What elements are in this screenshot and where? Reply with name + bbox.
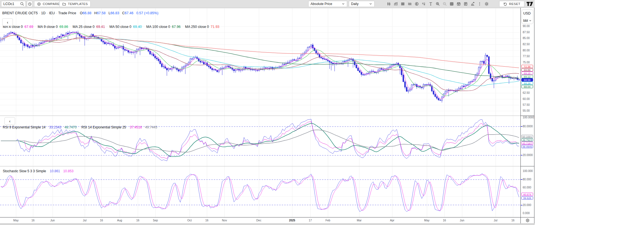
- zoom-in-icon[interactable]: [434, 0, 441, 8]
- price-label: 69.89: [521, 68, 533, 71]
- change-value: 0.57 (+0.85%): [136, 11, 158, 15]
- ma-legend: MA 4 close 067.69MA 9 close 069.86MA 25 …: [3, 25, 224, 29]
- symbol-title[interactable]: BRENT CRUDE OCT5: [2, 11, 38, 15]
- ohlc-high: H67.58: [94, 11, 105, 15]
- folder-icon: [62, 2, 66, 6]
- tradingview-logo-icon: [526, 1, 534, 7]
- axis-tick-label: 85.00: [523, 37, 530, 40]
- time-label: Aug: [117, 219, 122, 222]
- collapse-main-pane-button[interactable]: ‹: [2, 18, 13, 26]
- legend-exchange: IEU: [49, 11, 55, 15]
- currency-value: USD: [523, 11, 531, 15]
- chart-canvas[interactable]: [0, 0, 535, 225]
- ma-9-line: [1, 33, 519, 96]
- currency-dropdown[interactable]: USD: [522, 10, 533, 17]
- stochastic-lines: [1, 173, 519, 212]
- time-axis[interactable]: May16JunJul16Aug16SepOct16NovDec202517Fe…: [0, 217, 520, 223]
- bottom-scroll-strip: [0, 223, 535, 225]
- gridlines: [0, 8, 520, 217]
- unit-dropdown[interactable]: bbl: [522, 17, 533, 24]
- chart-export-icon[interactable]: [469, 0, 476, 8]
- ma-legend-item[interactable]: MA 100 close 067.96: [146, 25, 181, 29]
- time-label: 16: [443, 219, 446, 222]
- price-label: 68.04: [521, 85, 533, 88]
- candlestick-style-icon[interactable]: [385, 0, 392, 8]
- ohlc-close: C67.46: [122, 11, 133, 15]
- pane-separator: [521, 116, 534, 116]
- chevron-down-icon: [369, 2, 372, 6]
- compare-button-label: COMPARE: [43, 2, 60, 6]
- events-icon[interactable]: [413, 0, 420, 8]
- stoch-title[interactable]: Stochastic Slow 5 3 3 Simple: [3, 169, 46, 173]
- ohlc-low: L66.83: [108, 11, 119, 15]
- rsi-legend: RSI 9 Exponential Simple 14 33.2343 48.7…: [3, 125, 157, 129]
- axis-tick-label: 80.00: [523, 49, 530, 52]
- reset-button[interactable]: RESET: [499, 1, 524, 7]
- axis-tick-label: 100.0000: [523, 116, 534, 119]
- time-label: 16: [511, 219, 514, 222]
- interval-dropdown[interactable]: Daily: [349, 1, 375, 7]
- calendar-add-icon[interactable]: [455, 0, 462, 8]
- ma-100-line: [1, 35, 519, 79]
- time-label: 16: [31, 219, 34, 222]
- price-label: 39.626: [521, 196, 533, 200]
- level-tick: [521, 179, 522, 180]
- time-label: May: [424, 219, 430, 222]
- price-label: 49.7923: [521, 138, 533, 142]
- time-label: Oct: [187, 219, 192, 222]
- top-toolbar: LCOc1 COMPARE TEMPLATES Absolute Price: [0, 0, 535, 8]
- chevron-down-icon: [531, 12, 532, 15]
- time-label: Jul: [83, 219, 87, 222]
- ma-legend-item[interactable]: MA 250 close 071.93: [185, 25, 219, 29]
- price-label: 50.1691: [521, 135, 533, 138]
- axis-tick-label: 82.50: [523, 43, 530, 46]
- axis-tick-label: 60.00: [523, 97, 530, 100]
- price-axis[interactable]: USD bbl 90.0087.5085.0082.5080.0077.5075…: [520, 8, 534, 217]
- level-tick: [521, 205, 522, 205]
- collapse-rsi-pane-button[interactable]: ‹: [4, 117, 15, 125]
- symbol-legend: BRENT CRUDE OCT5·1D·IEU·Trade Price O66.…: [2, 11, 158, 15]
- axis-settings-cell[interactable]: [520, 217, 534, 223]
- table-icon[interactable]: [448, 0, 455, 8]
- settings-icon[interactable]: [483, 0, 490, 8]
- price-mode-dropdown[interactable]: Absolute Price: [308, 1, 347, 7]
- price-label: 69.12: [521, 75, 533, 78]
- legend-series-type: Trade Price: [58, 11, 76, 15]
- rsi1-title[interactable]: RSI 9 Exponential Simple 14: [3, 125, 46, 129]
- bar-chart-icon[interactable]: [392, 0, 399, 8]
- time-label: Dec: [256, 219, 261, 222]
- time-label: May: [13, 219, 19, 222]
- compare-button[interactable]: COMPARE: [34, 1, 62, 7]
- clock-icon: [28, 2, 32, 6]
- stacked-lines-icon[interactable]: [399, 0, 406, 8]
- symbol-search-input[interactable]: LCOc1: [1, 1, 26, 7]
- templates-button[interactable]: TEMPLATES: [59, 1, 91, 7]
- stoch-k-value: 10.861: [50, 169, 60, 173]
- price-label: 68.28: [521, 82, 533, 85]
- price-mode-value: Absolute Price: [311, 2, 332, 6]
- price-label: 43.7187: [521, 142, 533, 145]
- unit-value: bbl: [523, 19, 528, 23]
- waves-icon[interactable]: [406, 0, 413, 8]
- chevron-down-icon: [529, 19, 532, 22]
- rsi1-smoothing-value: 48.7470: [65, 125, 77, 129]
- ma-legend-item[interactable]: MA 50 close 069.40: [110, 25, 142, 29]
- more-options-icon[interactable]: [476, 0, 483, 8]
- plus-circle-icon: [37, 2, 41, 6]
- rsi2-title[interactable]: RSI 14 Exponential Simple 25: [82, 125, 126, 129]
- axis-tick-label: 80.0000: [523, 125, 533, 128]
- time-label: 2025: [289, 219, 295, 222]
- ma-legend-item[interactable]: MA 9 close 069.86: [38, 25, 68, 29]
- time-label: Jun: [460, 219, 464, 222]
- news-icon[interactable]: [462, 0, 469, 8]
- ma-legend-item[interactable]: MA 25 close 069.41: [73, 25, 105, 29]
- insert-field-icon[interactable]: [420, 0, 427, 8]
- candlestick-series: [0, 31, 520, 102]
- axis-tick-label: 87.50: [523, 31, 530, 34]
- text-tool-icon[interactable]: [427, 0, 434, 8]
- interval-back-button[interactable]: [27, 1, 32, 7]
- time-label: Sep: [153, 219, 158, 222]
- time-label: Jul: [494, 219, 498, 222]
- axis-tick-label: 20.0000: [523, 154, 533, 157]
- symbol-value: LCOc1: [3, 2, 14, 6]
